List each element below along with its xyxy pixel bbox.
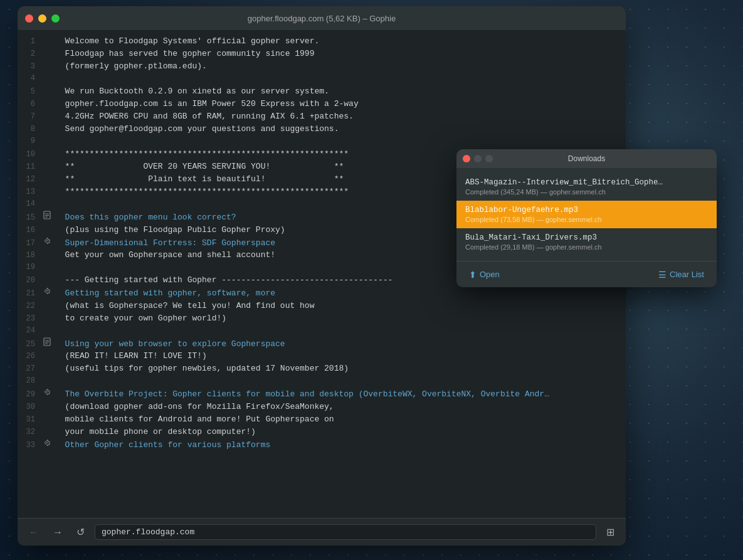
line-text: 4.2GHz POWER6 CPU and 8GB of RAM, runnin… — [55, 110, 619, 123]
line-number: 28 — [18, 375, 43, 386]
line-number: 20 — [18, 275, 43, 286]
line-number: 31 — [18, 414, 43, 425]
maximize-button[interactable] — [51, 14, 60, 23]
line-number: 19 — [18, 262, 43, 273]
download-item[interactable]: Blablabor-Ungefaehre.mp3Completed (73,58… — [456, 201, 717, 228]
download-item[interactable]: ABS-Magazin--Interview_mit_Bitreich_Goph… — [456, 173, 717, 201]
list-item: 31 mobile clients for Android and more! … — [18, 413, 626, 426]
bookmarks-button[interactable]: ⊞ — [603, 524, 618, 541]
list-item: 2 Floodgap has served the gopher communi… — [18, 48, 626, 60]
title-bar: gopher.floodgap.com (5,62 KB) – Gophie — [18, 6, 626, 30]
link-text[interactable]: Getting started with gopher, software, m… — [55, 287, 619, 300]
line-text: (READ IT! LEARN IT! LOVE IT!) — [55, 350, 619, 362]
list-item: 1 Welcome to Floodgap Systems' official … — [18, 35, 626, 48]
downloads-minimize-button[interactable] — [474, 155, 482, 162]
download-name: ABS-Magazin--Interview_mit_Bitreich_Goph… — [465, 178, 708, 187]
list-item: 27 (useful tips for gopher newbies, upda… — [18, 362, 626, 375]
line-number: 6 — [18, 98, 43, 110]
link-text[interactable]: Other Gopher clients for various platfor… — [55, 439, 619, 452]
back-button[interactable]: ← — [25, 524, 43, 541]
list-item[interactable]: 33 Other Gopher clients for various plat… — [18, 438, 626, 452]
list-item: 28 — [18, 375, 626, 388]
line-number: 33 — [18, 440, 43, 451]
line-number: 26 — [18, 351, 43, 362]
reload-button[interactable]: ↺ — [73, 524, 88, 541]
line-number: 8 — [18, 124, 43, 135]
line-text: (download gopher add-ons for Mozilla Fir… — [55, 401, 619, 413]
line-number: 23 — [18, 313, 43, 324]
download-meta: Completed (345,24 MB) — gopher.semmel.ch — [465, 188, 708, 196]
list-item[interactable]: 21 Getting started with gopher, software… — [18, 287, 626, 300]
toolbar: ← → ↺ ⊞ — [18, 518, 626, 546]
download-name: Bula_Matari-Taxi_Drivers.mp3 — [465, 233, 708, 242]
line-number: 10 — [18, 149, 43, 160]
line-number: 29 — [18, 389, 43, 400]
downloads-maximize-button[interactable] — [485, 155, 493, 162]
list-icon: ☰ — [658, 270, 667, 280]
line-text: your mobile phone or desktop computer!) — [55, 426, 619, 438]
minimize-button[interactable] — [38, 14, 46, 23]
line-text: gopher.floodgap.com is an IBM Power 520 … — [55, 98, 619, 110]
list-item: 7 4.2GHz POWER6 CPU and 8GB of RAM, runn… — [18, 110, 626, 123]
line-number: 25 — [18, 339, 43, 350]
line-text: (formerly gopher.ptloma.edu). — [55, 60, 619, 73]
line-text: mobile clients for Android and more! Put… — [55, 413, 619, 426]
line-number: 22 — [18, 300, 43, 312]
line-number: 32 — [18, 426, 43, 438]
external-link-icon — [43, 438, 55, 451]
list-item[interactable]: 29 The Overbite Project: Gopher clients … — [18, 388, 626, 401]
download-item[interactable]: Bula_Matari-Taxi_Drivers.mp3Completed (2… — [456, 228, 717, 256]
line-text: Welcome to Floodgap Systems' official go… — [55, 35, 619, 48]
list-item: 4 — [18, 73, 626, 85]
list-item: 32 your mobile phone or desktop computer… — [18, 426, 626, 438]
downloads-titlebar: Downloads — [456, 149, 717, 168]
open-label: Open — [480, 270, 500, 279]
downloads-close-button[interactable] — [463, 155, 470, 162]
list-item: 24 — [18, 325, 626, 337]
line-number: 9 — [18, 135, 43, 147]
downloads-traffic-lights — [463, 155, 493, 162]
line-number: 17 — [18, 238, 43, 249]
download-name: Blablabor-Ungefaehre.mp3 — [465, 206, 708, 214]
clear-label: Clear List — [670, 270, 704, 279]
document-icon — [43, 211, 55, 223]
line-text: (what is Gopherspace? We tell you! And f… — [55, 300, 619, 312]
line-number: 30 — [18, 401, 43, 413]
line-number: 18 — [18, 250, 43, 261]
address-bar[interactable] — [95, 524, 596, 540]
line-number: 1 — [18, 36, 43, 47]
line-number: 11 — [18, 161, 43, 172]
clear-list-button[interactable]: ☰ Clear List — [655, 267, 708, 282]
window-title: gopher.floodgap.com (5,62 KB) – Gophie — [248, 14, 396, 23]
line-number: 27 — [18, 363, 43, 374]
list-item[interactable]: 25 Using your web browser to explore Gop… — [18, 337, 626, 351]
external-link-icon — [43, 287, 55, 299]
downloads-title: Downloads — [568, 154, 605, 163]
line-number: 5 — [18, 86, 43, 97]
line-number: 13 — [18, 186, 43, 198]
line-text: to create your own Gopher world!) — [55, 312, 619, 325]
downloads-list: ABS-Magazin--Interview_mit_Bitreich_Goph… — [456, 168, 717, 261]
line-number: 21 — [18, 288, 43, 299]
list-item: 5 We run Bucktooth 0.2.9 on xinetd as ou… — [18, 85, 626, 98]
download-meta: Completed (29,18 MB) — gopher.semmel.ch — [465, 243, 708, 251]
open-button[interactable]: ⬆ Open — [465, 267, 503, 282]
line-number: 12 — [18, 174, 43, 185]
download-meta: Completed (73,58 MB) — gopher.semmel.ch — [465, 216, 708, 223]
line-text: (useful tips for gopher newbies, updated… — [55, 362, 619, 375]
line-number: 4 — [18, 73, 43, 84]
downloads-window: Downloads ABS-Magazin--Interview_mit_Bit… — [456, 149, 717, 287]
traffic-lights — [25, 14, 60, 23]
line-number: 24 — [18, 325, 43, 336]
line-text: Floodgap has served the gopher community… — [55, 48, 619, 60]
forward-button[interactable]: → — [49, 524, 66, 541]
link-text[interactable]: Using your web browser to explore Gopher… — [55, 338, 619, 351]
link-text[interactable]: The Overbite Project: Gopher clients for… — [55, 388, 619, 401]
list-item: 3 (formerly gopher.ptloma.edu). — [18, 60, 626, 73]
line-number: 2 — [18, 48, 43, 60]
line-text: Send gopher@floodgap.com your questions … — [55, 123, 619, 135]
share-icon: ⬆ — [469, 270, 477, 280]
close-button[interactable] — [25, 14, 33, 23]
list-item: 8 Send gopher@floodgap.com your question… — [18, 123, 626, 135]
list-item: 9 — [18, 135, 626, 148]
